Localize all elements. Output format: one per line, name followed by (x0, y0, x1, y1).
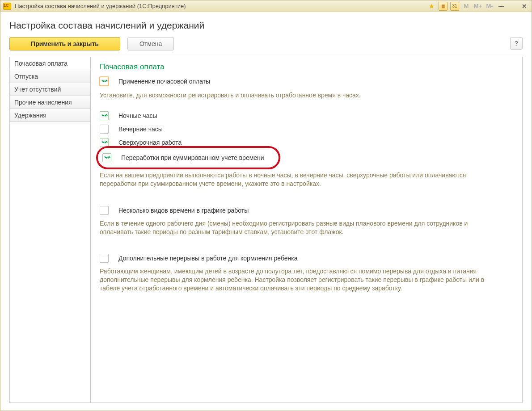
section-title: Почасовая оплата (100, 63, 512, 71)
checkbox-evening-hours[interactable] (100, 125, 109, 134)
tab-vacations[interactable]: Отпуска (10, 70, 90, 83)
feature-row-hourly-pay: Применение почасовой оплаты (100, 77, 512, 86)
settings-panel: Почасовая оплата Применение почасовой оп… (91, 57, 522, 403)
option-row-feeding-breaks: Дополнительные перерывы в работе для кор… (100, 254, 512, 263)
client-area: Настройка состава начислений и удержаний… (0, 12, 532, 411)
option-row-evening-hours: Вечерние часы (100, 125, 512, 134)
multi-time-hint: Если в течение одного рабочего дня (смен… (100, 219, 493, 236)
options-hint: Если на вашем предприятии выполняются ра… (100, 171, 493, 188)
minimize-icon[interactable]: — (497, 2, 506, 10)
titlebar: Настройка состава начислений и удержаний… (0, 0, 532, 12)
tab-label: Удержания (14, 112, 46, 119)
maximize-icon[interactable] (508, 2, 517, 10)
memory-mminus-button[interactable]: M- (485, 2, 494, 10)
cancel-button[interactable]: Отмена (127, 37, 174, 50)
checkbox-label: Сверхурочная работа (118, 139, 182, 146)
memory-m-button[interactable]: M (462, 2, 471, 10)
content: Почасовая оплата Отпуска Учет отсутствий… (9, 57, 523, 403)
feeding-breaks-block: Дополнительные перерывы в работе для кор… (100, 254, 512, 293)
hourly-options: Ночные часы Вечерние часы Сверхурочная р… (100, 111, 512, 188)
app-icon (3, 3, 11, 10)
window: Настройка состава начислений и удержаний… (0, 0, 532, 411)
checkbox-hourly-pay[interactable] (100, 77, 109, 86)
page-title: Настройка состава начислений и удержаний (9, 20, 523, 31)
checkbox-overtime[interactable] (100, 138, 109, 147)
highlighted-option: Переработки при суммированном учете врем… (100, 151, 277, 164)
memory-mplus-button[interactable]: M+ (473, 2, 482, 10)
tab-other-accruals[interactable]: Прочие начисления (10, 96, 90, 109)
window-title: Настройка состава начислений и удержаний… (15, 3, 186, 9)
tab-absence-tracking[interactable]: Учет отсутствий (10, 83, 90, 96)
apply-and-close-button[interactable]: Применить и закрыть (9, 37, 120, 50)
feature-hint: Установите, для возможности регистрирова… (100, 91, 493, 100)
calculator-icon[interactable]: ▦ (439, 2, 448, 11)
checkbox-night-hours[interactable] (100, 111, 109, 120)
option-row-night-hours: Ночные часы (100, 111, 512, 120)
tab-hourly-pay[interactable]: Почасовая оплата (10, 57, 90, 70)
tab-label: Учет отсутствий (14, 86, 61, 93)
checkbox-label: Вечерние часы (118, 126, 163, 133)
close-icon[interactable]: ✕ (520, 2, 529, 10)
option-row-overtime: Сверхурочная работа (100, 138, 512, 147)
multi-time-block: Несколько видов времени в графике работы… (100, 206, 512, 236)
checkbox-summarized-overtime[interactable] (102, 153, 111, 162)
checkbox-label: Дополнительные перерывы в работе для кор… (118, 255, 298, 262)
calendar-icon[interactable]: 31 (450, 2, 459, 11)
tab-label: Почасовая оплата (14, 60, 68, 67)
option-row-multi-time: Несколько видов времени в графике работы (100, 206, 512, 215)
titlebar-actions: ★ ▦ 31 M M+ M- — ✕ (427, 2, 529, 11)
checkbox-feeding-breaks[interactable] (100, 254, 109, 263)
option-row-summarized-overtime: Переработки при суммированном учете врем… (100, 151, 512, 164)
toolbar: Применить и закрыть Отмена ? (9, 37, 523, 50)
favorite-icon[interactable]: ★ (427, 2, 436, 10)
tab-label: Отпуска (14, 73, 38, 80)
tab-deductions[interactable]: Удержания (10, 109, 90, 122)
checkbox-label: Несколько видов времени в графике работы (118, 207, 249, 214)
checkbox-label: Ночные часы (118, 112, 157, 119)
checkbox-label: Применение почасовой оплаты (118, 78, 210, 85)
checkbox-multi-time[interactable] (100, 206, 109, 215)
tab-label: Прочие начисления (14, 99, 72, 106)
feeding-breaks-hint: Работающим женщинам, имеющим детей в воз… (100, 267, 493, 293)
sidebar: Почасовая оплата Отпуска Учет отсутствий… (10, 57, 91, 403)
checkbox-label: Переработки при суммированном учете врем… (121, 154, 264, 161)
help-button[interactable]: ? (510, 37, 523, 50)
